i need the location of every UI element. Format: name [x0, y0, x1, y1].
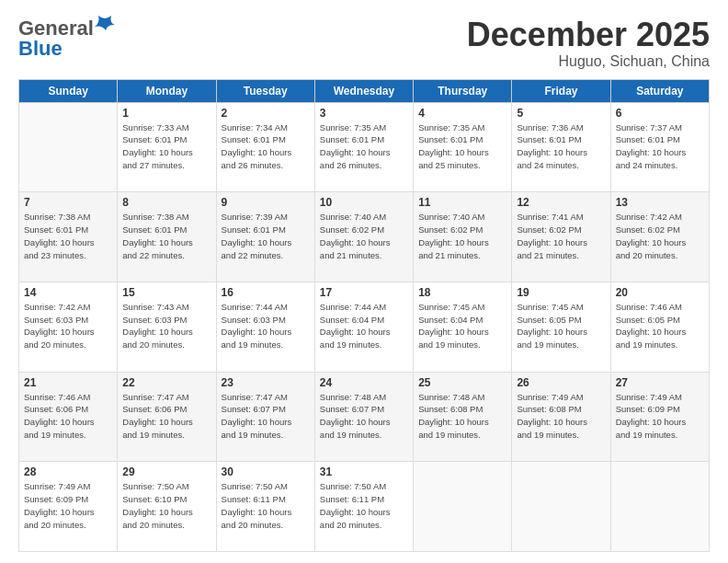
day-info: Sunrise: 7:43 AMSunset: 6:03 PMDaylight:… — [122, 301, 210, 351]
day-info: Sunrise: 7:42 AMSunset: 6:03 PMDaylight:… — [24, 301, 112, 351]
calendar-day-cell: 19 Sunrise: 7:45 AMSunset: 6:05 PMDaylig… — [512, 282, 610, 372]
day-number: 5 — [517, 107, 605, 120]
calendar-day-cell: 9 Sunrise: 7:39 AMSunset: 6:01 PMDayligh… — [216, 192, 314, 282]
logo-bird-icon — [95, 14, 115, 34]
day-number: 12 — [517, 196, 605, 209]
day-number: 7 — [24, 196, 112, 209]
calendar-day-cell: 2 Sunrise: 7:34 AMSunset: 6:01 PMDayligh… — [216, 102, 314, 192]
day-info: Sunrise: 7:47 AMSunset: 6:06 PMDaylight:… — [122, 391, 210, 442]
day-info: Sunrise: 7:47 AMSunset: 6:07 PMDaylight:… — [222, 391, 310, 442]
calendar-day-cell: 20 Sunrise: 7:46 AMSunset: 6:05 PMDaylig… — [610, 282, 709, 372]
day-number: 9 — [222, 196, 310, 209]
day-info: Sunrise: 7:50 AMSunset: 6:11 PMDaylight:… — [320, 480, 408, 531]
logo: General Blue — [18, 17, 115, 61]
day-number: 3 — [320, 107, 408, 120]
day-number: 14 — [24, 286, 112, 299]
calendar-day-header: Friday — [512, 79, 610, 102]
day-info: Sunrise: 7:49 AMSunset: 6:08 PMDaylight:… — [517, 391, 605, 442]
calendar-day-cell — [19, 102, 118, 192]
day-number: 28 — [24, 465, 112, 478]
day-info: Sunrise: 7:35 AMSunset: 6:01 PMDaylight:… — [418, 121, 506, 172]
location: Huguo, Sichuan, China — [467, 53, 710, 70]
day-number: 10 — [320, 196, 408, 209]
calendar-day-cell: 23 Sunrise: 7:47 AMSunset: 6:07 PMDaylig… — [216, 372, 314, 462]
calendar-day-cell: 15 Sunrise: 7:43 AMSunset: 6:03 PMDaylig… — [118, 282, 216, 372]
calendar-day-cell: 31 Sunrise: 7:50 AMSunset: 6:11 PMDaylig… — [314, 462, 413, 552]
day-number: 25 — [418, 376, 506, 389]
day-info: Sunrise: 7:38 AMSunset: 6:01 PMDaylight:… — [122, 211, 210, 261]
calendar-day-cell: 30 Sunrise: 7:50 AMSunset: 6:11 PMDaylig… — [216, 462, 314, 552]
calendar-day-cell: 13 Sunrise: 7:42 AMSunset: 6:02 PMDaylig… — [610, 192, 709, 282]
calendar-day-header: Sunday — [19, 79, 118, 102]
title-section: December 2025 Huguo, Sichuan, China — [467, 17, 710, 70]
day-number: 27 — [616, 376, 704, 389]
calendar-day-header: Tuesday — [216, 79, 314, 102]
calendar-day-cell: 6 Sunrise: 7:37 AMSunset: 6:01 PMDayligh… — [610, 102, 709, 192]
calendar-day-cell: 12 Sunrise: 7:41 AMSunset: 6:02 PMDaylig… — [512, 192, 610, 282]
calendar-day-cell: 21 Sunrise: 7:46 AMSunset: 6:06 PMDaylig… — [19, 372, 118, 462]
day-info: Sunrise: 7:45 AMSunset: 6:05 PMDaylight:… — [517, 301, 605, 351]
day-info: Sunrise: 7:49 AMSunset: 6:09 PMDaylight:… — [616, 391, 704, 442]
day-info: Sunrise: 7:44 AMSunset: 6:04 PMDaylight:… — [320, 301, 408, 351]
day-info: Sunrise: 7:38 AMSunset: 6:01 PMDaylight:… — [24, 211, 112, 261]
calendar-day-cell — [414, 462, 512, 552]
calendar-day-cell: 24 Sunrise: 7:48 AMSunset: 6:07 PMDaylig… — [314, 372, 413, 462]
day-number: 6 — [616, 107, 704, 120]
calendar-week-row: 21 Sunrise: 7:46 AMSunset: 6:06 PMDaylig… — [19, 372, 710, 462]
calendar-day-cell: 11 Sunrise: 7:40 AMSunset: 6:02 PMDaylig… — [414, 192, 512, 282]
day-number: 18 — [418, 286, 506, 299]
calendar-day-cell: 26 Sunrise: 7:49 AMSunset: 6:08 PMDaylig… — [512, 372, 610, 462]
day-info: Sunrise: 7:40 AMSunset: 6:02 PMDaylight:… — [418, 211, 506, 261]
calendar-day-cell: 29 Sunrise: 7:50 AMSunset: 6:10 PMDaylig… — [118, 462, 216, 552]
calendar-day-cell: 1 Sunrise: 7:33 AMSunset: 6:01 PMDayligh… — [118, 102, 216, 192]
day-info: Sunrise: 7:36 AMSunset: 6:01 PMDaylight:… — [517, 121, 605, 172]
header: General Blue December 2025 Huguo, Sichua… — [18, 17, 710, 70]
day-info: Sunrise: 7:42 AMSunset: 6:02 PMDaylight:… — [616, 211, 704, 261]
day-number: 15 — [122, 286, 210, 299]
day-number: 30 — [222, 465, 310, 478]
calendar-day-cell: 18 Sunrise: 7:45 AMSunset: 6:04 PMDaylig… — [414, 282, 512, 372]
calendar-day-cell: 28 Sunrise: 7:49 AMSunset: 6:09 PMDaylig… — [19, 462, 118, 552]
day-number: 16 — [222, 286, 310, 299]
calendar-week-row: 7 Sunrise: 7:38 AMSunset: 6:01 PMDayligh… — [19, 192, 710, 282]
calendar-day-cell: 8 Sunrise: 7:38 AMSunset: 6:01 PMDayligh… — [118, 192, 216, 282]
calendar-day-cell: 25 Sunrise: 7:48 AMSunset: 6:08 PMDaylig… — [414, 372, 512, 462]
day-info: Sunrise: 7:46 AMSunset: 6:05 PMDaylight:… — [616, 301, 704, 351]
calendar-table: SundayMondayTuesdayWednesdayThursdayFrid… — [18, 79, 710, 552]
day-number: 13 — [616, 196, 704, 209]
day-info: Sunrise: 7:48 AMSunset: 6:08 PMDaylight:… — [418, 391, 506, 442]
day-info: Sunrise: 7:50 AMSunset: 6:11 PMDaylight:… — [222, 480, 310, 531]
calendar-day-cell: 3 Sunrise: 7:35 AMSunset: 6:01 PMDayligh… — [314, 102, 413, 192]
calendar-day-cell — [610, 462, 709, 552]
day-number: 24 — [320, 376, 408, 389]
day-number: 2 — [222, 107, 310, 120]
day-number: 21 — [24, 376, 112, 389]
logo-blue-text: Blue — [18, 37, 63, 61]
day-info: Sunrise: 7:44 AMSunset: 6:03 PMDaylight:… — [222, 301, 310, 351]
day-info: Sunrise: 7:48 AMSunset: 6:07 PMDaylight:… — [320, 391, 408, 442]
day-info: Sunrise: 7:39 AMSunset: 6:01 PMDaylight:… — [222, 211, 310, 261]
calendar-day-cell: 22 Sunrise: 7:47 AMSunset: 6:06 PMDaylig… — [118, 372, 216, 462]
day-info: Sunrise: 7:50 AMSunset: 6:10 PMDaylight:… — [122, 480, 210, 531]
day-number: 26 — [517, 376, 605, 389]
calendar-day-cell: 27 Sunrise: 7:49 AMSunset: 6:09 PMDaylig… — [610, 372, 709, 462]
day-number: 1 — [122, 107, 210, 120]
day-number: 29 — [122, 465, 210, 478]
day-number: 4 — [418, 107, 506, 120]
day-info: Sunrise: 7:37 AMSunset: 6:01 PMDaylight:… — [616, 121, 704, 172]
calendar-day-cell — [512, 462, 610, 552]
day-number: 11 — [418, 196, 506, 209]
day-info: Sunrise: 7:40 AMSunset: 6:02 PMDaylight:… — [320, 211, 408, 261]
calendar-week-row: 1 Sunrise: 7:33 AMSunset: 6:01 PMDayligh… — [19, 102, 710, 192]
day-number: 23 — [222, 376, 310, 389]
calendar-day-header: Wednesday — [314, 79, 413, 102]
day-number: 22 — [122, 376, 210, 389]
calendar-week-row: 14 Sunrise: 7:42 AMSunset: 6:03 PMDaylig… — [19, 282, 710, 372]
day-number: 31 — [320, 465, 408, 478]
day-info: Sunrise: 7:45 AMSunset: 6:04 PMDaylight:… — [418, 301, 506, 351]
calendar-day-cell: 14 Sunrise: 7:42 AMSunset: 6:03 PMDaylig… — [19, 282, 118, 372]
calendar-day-cell: 17 Sunrise: 7:44 AMSunset: 6:04 PMDaylig… — [314, 282, 413, 372]
day-info: Sunrise: 7:41 AMSunset: 6:02 PMDaylight:… — [517, 211, 605, 261]
day-info: Sunrise: 7:34 AMSunset: 6:01 PMDaylight:… — [222, 121, 310, 172]
calendar-header-row: SundayMondayTuesdayWednesdayThursdayFrid… — [19, 79, 710, 102]
